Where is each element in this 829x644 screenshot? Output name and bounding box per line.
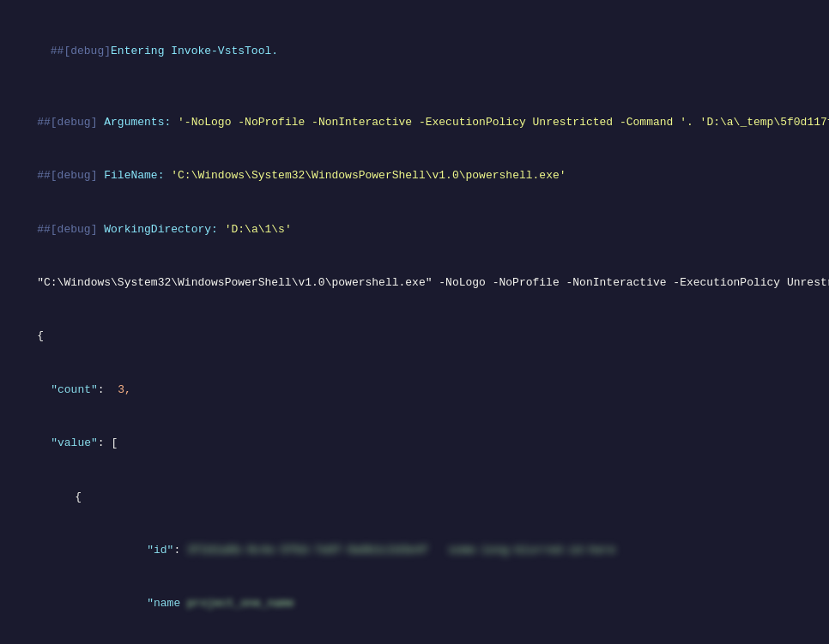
terminal-output: ##[debug]Entering Invoke-VstsTool. ##[de… <box>0 0 829 644</box>
command-line: "C:\Windows\System32\WindowsPowerShell\v… <box>0 256 829 310</box>
json-open: { <box>0 310 829 364</box>
debug-line-3: ##[debug] FileName: 'C:\Windows\System32… <box>0 149 829 202</box>
debug-line-2: ##[debug] Arguments: '-NoLogo -NoProfile… <box>0 96 829 149</box>
item1-id: "id": 3f2d1a8b-9c4e-5f6d-7e8f-9a0b1c2d3e… <box>0 524 829 577</box>
debug-line-4: ##[debug] WorkingDirectory: 'D:\a\1\s' <box>0 203 829 256</box>
item1-open: { <box>0 471 829 524</box>
item1-desc: "desc desc_101 <box>0 631 829 644</box>
count-line: "count": 3, <box>0 364 829 417</box>
item1-name: "name project_one_name <box>0 578 829 631</box>
debug-text-1: ##[debug]Entering Invoke-VstsTool. <box>10 45 278 75</box>
value-open: "value": [ <box>0 417 829 470</box>
debug-line-1: ##[debug]Entering Invoke-VstsTool. <box>0 7 829 96</box>
